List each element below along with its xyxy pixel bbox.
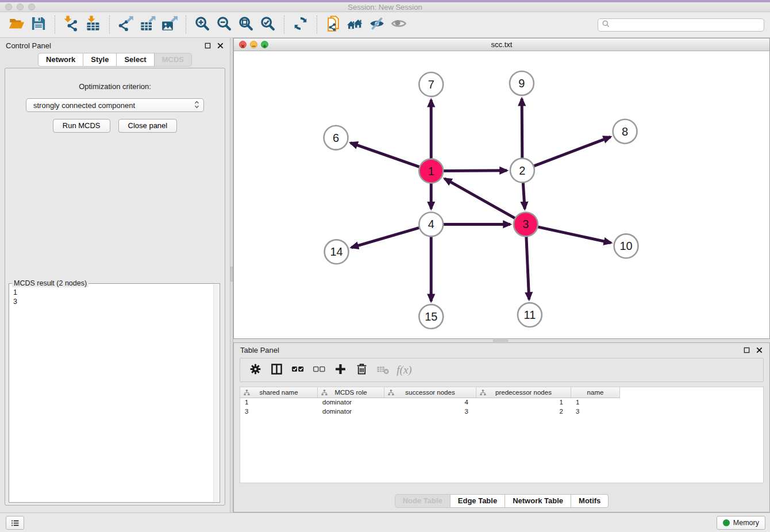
run-mcds-button[interactable]: Run MCDS bbox=[53, 119, 110, 133]
cell-predecessor-nodes[interactable]: 1 bbox=[476, 398, 571, 407]
tab-mcds[interactable]: MCDS bbox=[155, 53, 192, 67]
zoom-out-button[interactable] bbox=[213, 14, 235, 35]
column-header-shared-name[interactable]: shared name bbox=[240, 387, 318, 398]
unselect-all-columns-button[interactable] bbox=[309, 360, 330, 380]
table-row[interactable]: 1dominator411 bbox=[240, 398, 763, 407]
network-canvas[interactable]: 7968124314101511 bbox=[234, 51, 769, 338]
svg-text:10: 10 bbox=[619, 240, 632, 252]
export-network-icon bbox=[118, 16, 134, 34]
graph-edge-2-8[interactable] bbox=[522, 137, 610, 170]
show-all-button[interactable] bbox=[388, 14, 410, 35]
graph-node-14[interactable]: 14 bbox=[325, 240, 349, 264]
zoom-selected-button[interactable] bbox=[257, 14, 279, 35]
result-scrollbar[interactable] bbox=[213, 284, 219, 502]
export-table-icon bbox=[140, 16, 156, 34]
close-panel-icon[interactable] bbox=[217, 42, 224, 49]
column-header-mcds-role[interactable]: MCDS role bbox=[318, 387, 384, 398]
zoom-fit-button[interactable] bbox=[235, 14, 257, 35]
result-line: 3 bbox=[13, 297, 218, 306]
create-column-button[interactable] bbox=[330, 360, 351, 380]
svg-text:3: 3 bbox=[522, 218, 529, 230]
graph-node-6[interactable]: 6 bbox=[324, 126, 348, 150]
import-network-icon bbox=[63, 16, 79, 34]
cell-successor-nodes[interactable]: 3 bbox=[384, 407, 476, 417]
table-row[interactable]: 3dominator323 bbox=[240, 407, 763, 417]
import-table-button[interactable] bbox=[82, 14, 104, 35]
export-network-button[interactable] bbox=[115, 14, 137, 35]
splitter-grip[interactable] bbox=[493, 340, 508, 342]
close-panel-icon[interactable] bbox=[756, 346, 763, 354]
memory-label: Memory bbox=[733, 519, 759, 527]
show-panels-button[interactable] bbox=[6, 516, 24, 530]
zoom-out-icon bbox=[216, 16, 232, 34]
import-network-button[interactable] bbox=[60, 14, 82, 35]
graph-node-8[interactable]: 8 bbox=[613, 119, 637, 144]
cell-predecessor-nodes[interactable]: 2 bbox=[476, 407, 571, 417]
column-header-successor-nodes[interactable]: successor nodes bbox=[384, 387, 476, 398]
optimization-criterion-label: Optimization criterion: bbox=[5, 82, 225, 91]
graph-node-11[interactable]: 11 bbox=[518, 303, 542, 327]
search-input[interactable] bbox=[613, 21, 760, 29]
graph-node-3[interactable]: 3 bbox=[514, 212, 538, 236]
graph-node-10[interactable]: 10 bbox=[614, 234, 638, 258]
refresh-view-button[interactable] bbox=[290, 14, 311, 35]
float-panel-icon[interactable] bbox=[204, 42, 211, 49]
graph-edge-3-10[interactable] bbox=[526, 224, 611, 242]
network-file-button[interactable] bbox=[322, 14, 344, 35]
toolbar-separator bbox=[284, 16, 284, 34]
main-toolbar bbox=[0, 12, 770, 38]
tab-motifs[interactable]: Motifs bbox=[571, 494, 609, 508]
select-all-columns-button[interactable] bbox=[287, 360, 309, 380]
gear-button[interactable] bbox=[245, 360, 266, 380]
column-label: MCDS role bbox=[334, 389, 367, 396]
graph-node-4[interactable]: 4 bbox=[419, 212, 443, 236]
tab-edge-table[interactable]: Edge Table bbox=[451, 494, 505, 508]
control-panel-title: Control Panel bbox=[6, 41, 51, 50]
column-header-name[interactable]: name bbox=[571, 387, 620, 398]
delete-column-button[interactable] bbox=[351, 360, 372, 380]
cell-mcds-role[interactable]: dominator bbox=[318, 398, 384, 407]
column-header-predecessor-nodes[interactable]: predecessor nodes bbox=[476, 387, 571, 398]
memory-button[interactable]: Memory bbox=[717, 516, 765, 530]
cell-name[interactable]: 1 bbox=[571, 398, 620, 407]
graph-node-7[interactable]: 7 bbox=[419, 72, 443, 97]
show-columns-button[interactable] bbox=[266, 360, 287, 380]
close-panel-button[interactable]: Close panel bbox=[118, 119, 178, 133]
table-tabs: Node TableEdge TableNetwork TableMotifs bbox=[234, 494, 769, 508]
graph-node-15[interactable]: 15 bbox=[419, 304, 443, 329]
search-box[interactable] bbox=[598, 18, 764, 32]
hide-selected-icon bbox=[369, 16, 385, 34]
graph-node-1[interactable]: 1 bbox=[419, 159, 443, 183]
cell-name[interactable]: 3 bbox=[571, 407, 620, 417]
function-builder-button: f(x) bbox=[394, 360, 415, 380]
graph-edge-1-6[interactable] bbox=[351, 143, 431, 171]
cell-successor-nodes[interactable]: 4 bbox=[384, 398, 476, 407]
cell-mcds-role[interactable]: dominator bbox=[318, 407, 384, 417]
zoom-in-button[interactable] bbox=[191, 14, 213, 35]
tab-network[interactable]: Network bbox=[38, 53, 83, 67]
table-panel-header: Table Panel bbox=[234, 343, 769, 357]
tab-node-table[interactable]: Node Table bbox=[395, 494, 451, 508]
splitter-grip[interactable] bbox=[230, 267, 233, 282]
column-label: shared name bbox=[259, 389, 298, 396]
cell-shared-name[interactable]: 1 bbox=[240, 398, 318, 407]
houses-button[interactable] bbox=[344, 14, 366, 35]
graph-node-2[interactable]: 2 bbox=[510, 159, 534, 183]
graph-edge-3-1[interactable] bbox=[445, 179, 526, 225]
delete-table-button bbox=[372, 360, 394, 380]
cell-shared-name[interactable]: 3 bbox=[240, 407, 318, 417]
export-image-button[interactable] bbox=[159, 14, 180, 35]
tab-select[interactable]: Select bbox=[117, 53, 154, 67]
tab-network-table[interactable]: Network Table bbox=[505, 494, 571, 508]
float-panel-icon[interactable] bbox=[743, 346, 750, 354]
table-panel: Table Panel f(x) shared nameMCDS rolesuc… bbox=[233, 342, 770, 512]
criterion-select[interactable]: strongly connected component bbox=[26, 98, 204, 112]
export-table-button[interactable] bbox=[137, 14, 159, 35]
hide-selected-button[interactable] bbox=[366, 14, 388, 35]
open-session-button[interactable] bbox=[6, 14, 28, 35]
control-panel-tabs: NetworkStyleSelectMCDS bbox=[0, 53, 230, 67]
graph-node-9[interactable]: 9 bbox=[510, 71, 534, 95]
save-session-button[interactable] bbox=[28, 14, 49, 35]
tab-style[interactable]: Style bbox=[83, 53, 117, 67]
svg-text:8: 8 bbox=[622, 125, 628, 138]
